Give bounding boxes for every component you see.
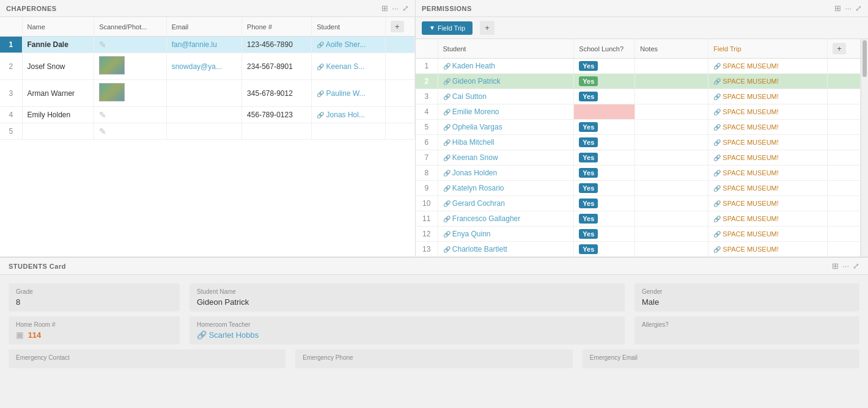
- edit-photo-icon[interactable]: ✎: [99, 110, 106, 120]
- perm-row-num: 5: [416, 120, 438, 135]
- homeroom-teacher-field: Homeroom Teacher 🔗 Scarlet Hobbs: [189, 316, 625, 344]
- emergency-contact-label: Emergency Contact: [16, 354, 278, 361]
- chap-name: Emily Holden: [22, 107, 94, 123]
- perm-expand-icon[interactable]: ⤢: [855, 4, 862, 13]
- col-header-email: Email: [166, 17, 241, 37]
- perm-lunch: Yes: [574, 150, 635, 166]
- edit-photo-icon[interactable]: ✎: [99, 40, 106, 49]
- chaperones-panel: CHAPERONES ⊞ ··· ⤢ Name Scanned/Phot... …: [0, 0, 416, 257]
- perm-extra: [828, 196, 861, 211]
- card-more-icon[interactable]: ···: [842, 261, 849, 271]
- chap-student: 🔗 Pauline W...: [312, 80, 386, 107]
- permissions-header: PERMISSIONS ⊞ ··· ⤢: [416, 0, 868, 17]
- perm-lunch: Yes: [574, 196, 635, 211]
- table-row[interactable]: 9🔗 Katelyn RosarioYes🔗 SPACE MUSEUM!: [416, 181, 861, 196]
- emergency-phone-label: Emergency Phone: [303, 354, 565, 361]
- chap-student: [312, 123, 386, 140]
- table-row[interactable]: 4Emily Holden✎456-789-0123🔗 Jonas Hol...: [0, 107, 415, 123]
- chap-photo: ✎: [94, 123, 167, 140]
- allergies-field: Allergies?: [634, 316, 859, 344]
- table-row[interactable]: 10🔗 Gerard CochranYes🔗 SPACE MUSEUM!: [416, 196, 861, 211]
- table-row[interactable]: 11🔗 Francesco GallagherYes🔗 SPACE MUSEUM…: [416, 211, 861, 227]
- perm-row-num: 1: [416, 59, 438, 74]
- perm-student: 🔗 Jonas Holden: [438, 166, 574, 181]
- perm-notes: [635, 74, 708, 89]
- row-num: 3: [0, 80, 22, 107]
- perm-notes: [635, 89, 708, 104]
- table-row[interactable]: 2🔗 Gideon PatrickYes🔗 SPACE MUSEUM!: [416, 74, 861, 89]
- card-fields-row3: Emergency Contact Emergency Phone Emerge…: [0, 349, 868, 373]
- perm-row-num: 13: [416, 242, 438, 257]
- perm-col-add[interactable]: +: [828, 39, 861, 59]
- perm-field-trip: 🔗 SPACE MUSEUM!: [708, 120, 828, 135]
- perm-student: 🔗 Enya Quinn: [438, 227, 574, 242]
- perm-lunch: Yes: [574, 59, 635, 74]
- perm-lunch: Yes: [574, 227, 635, 242]
- photo-thumbnail: [99, 83, 125, 101]
- row-num: 5: [0, 123, 22, 140]
- chap-photo: ✎: [94, 37, 167, 53]
- emergency-email-field: Emergency Email: [583, 349, 859, 368]
- perm-extra: [828, 120, 861, 135]
- chap-extra: [385, 37, 414, 53]
- filter-icon[interactable]: ⊞: [381, 4, 388, 13]
- edit-photo-icon[interactable]: ✎: [99, 126, 106, 136]
- chaperones-table: Name Scanned/Phot... Email Phone # Stude…: [0, 17, 415, 140]
- chap-extra: [385, 107, 414, 123]
- table-row[interactable]: 2Josef Snowsnowday@ya...234-567-8901🔗 Ke…: [0, 53, 415, 80]
- card-fields-row1: Grade 8 Student Name Gideon Patrick Gend…: [0, 275, 868, 316]
- expand-icon[interactable]: ⤢: [402, 4, 409, 13]
- perm-col-fieldtrip: Field Trip: [708, 39, 828, 59]
- chaperones-table-wrap: Name Scanned/Phot... Email Phone # Stude…: [0, 17, 415, 257]
- perm-more-icon[interactable]: ···: [845, 4, 851, 13]
- table-row[interactable]: 6🔗 Hiba MitchellYes🔗 SPACE MUSEUM!: [416, 135, 861, 150]
- col-header-add[interactable]: +: [385, 17, 414, 37]
- perm-notes: [635, 150, 708, 166]
- perm-notes: [635, 59, 708, 74]
- chap-student: 🔗 Jonas Hol...: [312, 107, 386, 123]
- perm-field-trip: 🔗 SPACE MUSEUM!: [708, 211, 828, 227]
- table-row[interactable]: 3🔗 Cai SuttonYes🔗 SPACE MUSEUM!: [416, 89, 861, 104]
- table-row[interactable]: 3Arman Warner345-678-9012🔗 Pauline W...: [0, 80, 415, 107]
- table-row[interactable]: 4🔗 Emilie Moreno🔗 SPACE MUSEUM!: [416, 104, 861, 120]
- scrollbar-thumb: [862, 40, 867, 77]
- perm-add-col-button[interactable]: +: [833, 43, 846, 54]
- table-row[interactable]: 12🔗 Enya QuinnYes🔗 SPACE MUSEUM!: [416, 227, 861, 242]
- add-col-button[interactable]: +: [391, 21, 404, 32]
- table-row[interactable]: 7🔗 Keenan SnowYes🔗 SPACE MUSEUM!: [416, 150, 861, 166]
- perm-student: 🔗 Gerard Cochran: [438, 196, 574, 211]
- card-toolbar: ⊞ ··· ⤢: [832, 261, 859, 271]
- perm-filter-icon[interactable]: ⊞: [834, 4, 841, 13]
- perm-row-num: 9: [416, 181, 438, 196]
- permissions-table: Student School Lunch? Notes Field Trip +…: [416, 39, 861, 257]
- perm-notes: [635, 196, 708, 211]
- table-row[interactable]: 1🔗 Kaden HeathYes🔗 SPACE MUSEUM!: [416, 59, 861, 74]
- table-row[interactable]: 1Fannie Dale✎fan@fannie.lu123-456-7890🔗 …: [0, 37, 415, 53]
- card-expand-icon[interactable]: ⤢: [853, 261, 859, 271]
- card-filter-icon[interactable]: ⊞: [832, 261, 839, 271]
- chap-phone: 234-567-8901: [242, 53, 312, 80]
- perm-student: 🔗 Gideon Patrick: [438, 74, 574, 89]
- more-icon[interactable]: ···: [392, 4, 399, 13]
- scrollbar[interactable]: [861, 39, 868, 257]
- table-row[interactable]: 13🔗 Charlotte BartlettYes🔗 SPACE MUSEUM!: [416, 242, 861, 257]
- table-row[interactable]: 5🔗 Ophelia VargasYes🔗 SPACE MUSEUM!: [416, 120, 861, 135]
- perm-lunch: Yes: [574, 135, 635, 150]
- perm-lunch: Yes: [574, 242, 635, 257]
- field-trip-button[interactable]: ▼ Field Trip: [422, 21, 473, 35]
- perm-lunch: Yes: [574, 181, 635, 196]
- perm-lunch: Yes: [574, 166, 635, 181]
- table-row[interactable]: 8🔗 Jonas HoldenYes🔗 SPACE MUSEUM!: [416, 166, 861, 181]
- chap-email: fan@fannie.lu: [166, 37, 241, 53]
- chap-photo: ✎: [94, 107, 167, 123]
- permissions-title: PERMISSIONS: [422, 5, 834, 12]
- add-permission-button[interactable]: +: [480, 21, 495, 35]
- perm-field-trip: 🔗 SPACE MUSEUM!: [708, 196, 828, 211]
- table-row[interactable]: 5✎: [0, 123, 415, 140]
- perm-notes: [635, 181, 708, 196]
- chap-email: snowday@ya...: [166, 53, 241, 80]
- perm-field-trip: 🔗 SPACE MUSEUM!: [708, 104, 828, 120]
- perm-lunch: Yes: [574, 89, 635, 104]
- perm-lunch: Yes: [574, 74, 635, 89]
- card-title: STUDENTS Card: [9, 263, 832, 270]
